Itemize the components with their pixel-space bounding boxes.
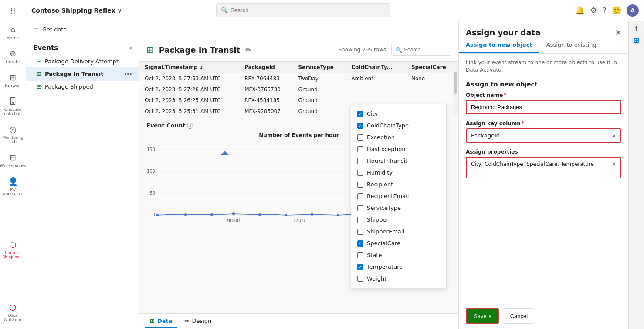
nav-item-onelake[interactable]: 🗄 OneLake data hub bbox=[2, 93, 24, 120]
search-bar[interactable]: 🔍 bbox=[216, 3, 390, 17]
dropdown-item-shipperemail[interactable]: ShipperEmail bbox=[351, 226, 446, 237]
dropdown-item-weight[interactable]: Weight bbox=[351, 273, 446, 284]
settings-icon[interactable]: ⚙ bbox=[590, 6, 597, 15]
app-dropdown-icon[interactable]: ∨ bbox=[117, 7, 122, 14]
nav-item-apps[interactable]: ⠿ bbox=[2, 3, 24, 20]
checkbox-exception[interactable] bbox=[357, 134, 363, 141]
checkbox-city[interactable]: ✓ bbox=[357, 111, 363, 117]
bottom-tabs: ⊞ Data ✏ Design bbox=[139, 313, 458, 329]
key-column-label: Assign key column * bbox=[466, 120, 621, 127]
edit-icon[interactable]: ✏ bbox=[245, 46, 251, 54]
nav-item-data-activator[interactable]: ⬡ Data Activator bbox=[2, 299, 24, 326]
properties-select[interactable]: City, ColdChainType, SpecialCare, Temper… bbox=[466, 157, 621, 178]
col-packageid[interactable]: PackageId bbox=[239, 62, 293, 73]
get-data-label[interactable]: Get data bbox=[42, 26, 67, 33]
assign-section-title: Assign to new object bbox=[466, 81, 621, 88]
nav-item-browse[interactable]: ⊞ Browse bbox=[2, 69, 24, 92]
checkbox-hoursintransit[interactable] bbox=[357, 158, 363, 164]
nav-item-monitoring[interactable]: ◎ Monitoring hub bbox=[2, 121, 24, 147]
panel-search[interactable]: 🔍 bbox=[391, 44, 451, 56]
checkbox-weight[interactable] bbox=[357, 276, 363, 282]
dropdown-item-exception[interactable]: Exception bbox=[351, 131, 446, 143]
dropdown-label-recipientemail: RecipientEmail bbox=[367, 193, 409, 199]
info-panel: ℹ ⊞ bbox=[628, 21, 644, 329]
search-input[interactable] bbox=[230, 7, 386, 14]
cancel-button[interactable]: Cancel bbox=[503, 308, 535, 324]
panel-search-input[interactable] bbox=[404, 47, 447, 53]
sidebar-item-delivery-attempt[interactable]: ⊞ Package Delivery Attempt bbox=[26, 55, 139, 67]
tab-design[interactable]: ✏ Design bbox=[179, 315, 217, 328]
nav-item-home[interactable]: ⌂ Home bbox=[2, 21, 24, 44]
user-avatar[interactable]: A bbox=[627, 4, 639, 17]
dropdown-item-humidity[interactable]: Humidity bbox=[351, 167, 446, 178]
dropdown-item-temperature[interactable]: ✓ Temperature bbox=[351, 261, 446, 273]
dropdown-item-specialcare[interactable]: ✓ SpecialCare bbox=[351, 237, 446, 249]
checkbox-specialcare[interactable]: ✓ bbox=[357, 240, 363, 247]
checkbox-shipper[interactable] bbox=[357, 217, 363, 223]
cell-servicetype: Ground bbox=[293, 95, 346, 106]
feedback-icon[interactable]: 🙂 bbox=[612, 6, 621, 15]
assign-tab-new[interactable]: Assign to new object bbox=[459, 37, 539, 53]
assign-title: Assign your data bbox=[466, 28, 540, 37]
col-servicetype[interactable]: ServiceType bbox=[293, 62, 346, 73]
cell-timestamp: Oct 2, 2023, 5:27:28 AM UTC bbox=[139, 84, 239, 95]
scrollbar-thumb[interactable] bbox=[454, 72, 457, 94]
get-data-bar: 🗃 Get data bbox=[26, 21, 458, 38]
checkbox-shipperemail[interactable] bbox=[357, 229, 363, 235]
col-coldchain[interactable]: ColdChainTy... bbox=[346, 62, 406, 73]
collapse-icon[interactable]: ‹ bbox=[129, 44, 132, 52]
nav-item-workspaces[interactable]: ⊟ Workspaces bbox=[2, 149, 24, 171]
chevron-down-icon: ∨ bbox=[612, 132, 616, 139]
dropdown-item-coldchaintype[interactable]: ✓ ColdChainType bbox=[351, 120, 446, 131]
assign-footer: Save ∨ Cancel bbox=[459, 303, 628, 329]
nav-item-contoso[interactable]: ⬡ Contoso Shipping... bbox=[2, 236, 24, 263]
dropdown-item-state[interactable]: State bbox=[351, 249, 446, 261]
assign-content: Link your event stream to one or more ob… bbox=[459, 54, 628, 303]
nav-item-monitoring-label: Monitoring hub bbox=[2, 135, 23, 144]
dropdown-item-servicetype[interactable]: ServiceType bbox=[351, 202, 446, 214]
sidebar-item-transit-label: Package In Transit bbox=[45, 71, 104, 77]
dropdown-item-recipient[interactable]: Recipient bbox=[351, 178, 446, 190]
checkbox-hasexception[interactable] bbox=[357, 146, 363, 152]
dropdown-item-hasexception[interactable]: HasException bbox=[351, 143, 446, 155]
nav-item-create[interactable]: ⊕ Create bbox=[2, 45, 24, 68]
tab-design-label: Design bbox=[192, 318, 211, 324]
dropdown-item-shipper[interactable]: Shipper bbox=[351, 214, 446, 226]
checkbox-humidity[interactable] bbox=[357, 170, 363, 176]
checkbox-servicetype[interactable] bbox=[357, 205, 363, 211]
checkbox-state[interactable] bbox=[357, 252, 363, 258]
info-panel-icon[interactable]: ℹ bbox=[635, 24, 637, 33]
workspaces-icon: ⊟ bbox=[10, 153, 16, 162]
checkbox-recipient[interactable] bbox=[357, 182, 363, 188]
cell-packageid: RFX-7064483 bbox=[239, 73, 293, 84]
key-column-select[interactable]: PackageId ∨ bbox=[466, 128, 621, 143]
checkbox-recipientemail[interactable] bbox=[357, 193, 363, 199]
checkbox-coldchaintype[interactable]: ✓ bbox=[357, 123, 363, 129]
data-activator-icon: ⬡ bbox=[10, 303, 17, 312]
help-icon[interactable]: ? bbox=[602, 6, 607, 15]
sidebar-item-shipped[interactable]: ⊞ Package Shipped bbox=[26, 81, 139, 93]
svg-point-10 bbox=[210, 213, 213, 216]
info-icon[interactable]: i bbox=[187, 123, 193, 129]
table-view-icon[interactable]: ⊞ bbox=[634, 36, 639, 45]
dropdown-item-recipientemail[interactable]: RecipientEmail bbox=[351, 190, 446, 202]
dropdown-label-hasexception: HasException bbox=[367, 146, 406, 152]
dropdown-item-hoursintransit[interactable]: HoursInTransit bbox=[351, 155, 446, 167]
col-specialcare[interactable]: SpecialCare bbox=[406, 62, 458, 73]
close-icon[interactable]: ✕ bbox=[615, 28, 621, 37]
save-button[interactable]: Save ∨ bbox=[466, 308, 499, 324]
required-star-name: * bbox=[504, 92, 506, 98]
sidebar-item-in-transit[interactable]: ⊞ Package In Transit ··· bbox=[26, 67, 139, 81]
tab-data[interactable]: ⊞ Data bbox=[145, 315, 177, 328]
scrollbar[interactable] bbox=[453, 62, 458, 117]
dropdown-item-city[interactable]: ✓ City bbox=[351, 108, 446, 120]
nav-item-my-workspace[interactable]: 👤 My workspace bbox=[2, 173, 24, 199]
checkbox-temperature[interactable]: ✓ bbox=[357, 264, 363, 270]
more-options-icon[interactable]: ··· bbox=[124, 70, 132, 78]
cell-servicetype: Ground bbox=[293, 84, 346, 95]
col-timestamp[interactable]: Signal.Timestamp ↓ bbox=[139, 62, 239, 73]
assign-tab-existing[interactable]: Assign to existing bbox=[539, 37, 603, 53]
save-dropdown-icon[interactable]: ∨ bbox=[488, 314, 491, 319]
notification-icon[interactable]: 🔔 bbox=[575, 6, 585, 15]
object-name-input[interactable] bbox=[466, 100, 621, 114]
